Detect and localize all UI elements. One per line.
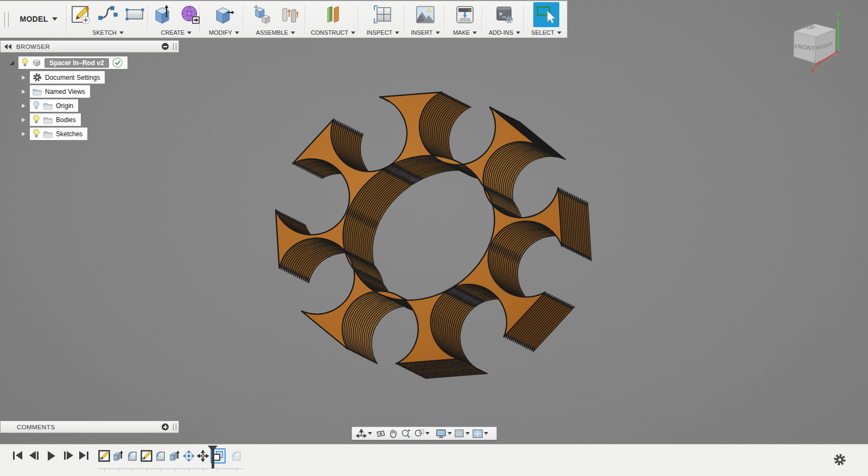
inspect-group-label[interactable]: INSPECT (367, 29, 393, 36)
play-button[interactable] (48, 451, 55, 461)
timeline-feature-sketch[interactable] (140, 449, 153, 462)
construction-plane-button[interactable] (322, 3, 344, 26)
tree-item-label[interactable]: Bodies (56, 116, 76, 124)
sketch-group-caret[interactable] (119, 31, 124, 34)
comments-panel-header[interactable]: COMMENTS (0, 421, 179, 433)
select-group-caret[interactable] (557, 31, 561, 34)
browser-panel-header[interactable]: BROWSER (0, 40, 179, 53)
collapsed-triangle-icon[interactable] (21, 74, 27, 81)
tree-item-label[interactable]: Sketches (56, 130, 82, 138)
model-viewport[interactable]: TOP FRONT RIGHT Y X (0, 0, 868, 476)
step-forward-button[interactable] (64, 451, 73, 460)
tree-row-sketches[interactable]: Sketches (21, 128, 87, 140)
collapsed-triangle-icon[interactable] (21, 117, 27, 123)
timeline-feature-fillet[interactable] (154, 449, 167, 462)
inspect-group-caret[interactable] (395, 31, 399, 34)
zoom-button[interactable] (400, 429, 411, 438)
modify-group-caret[interactable] (235, 31, 239, 34)
timeline-bar (0, 444, 868, 476)
select-button[interactable] (533, 2, 559, 27)
collapse-panel-icon[interactable] (4, 44, 12, 49)
zoom-window-caret[interactable] (425, 432, 430, 435)
comments-resize-handle[interactable] (173, 423, 176, 430)
timeline-settings-gear-icon[interactable] (833, 453, 846, 466)
timeline-feature-circular-pattern[interactable] (182, 449, 195, 462)
collapsed-triangle-icon[interactable] (21, 88, 27, 95)
look-at-button[interactable] (375, 429, 386, 438)
measure-button[interactable] (372, 3, 394, 26)
spline-button[interactable] (97, 3, 119, 26)
view-cube[interactable]: TOP FRONT RIGHT Y X (786, 10, 851, 75)
insert-group-label[interactable]: INSERT (411, 29, 432, 36)
tree-row-origin[interactable]: Origin (21, 99, 78, 112)
insert-group-caret[interactable] (436, 31, 440, 34)
pan-orbit-button[interactable] (356, 429, 372, 439)
make-group-caret[interactable] (473, 31, 477, 34)
workspace-selector[interactable]: MODEL (14, 1, 63, 37)
timeline-feature-extrude[interactable] (112, 449, 125, 462)
timeline-ruler[interactable] (99, 468, 243, 469)
display-settings-button[interactable] (436, 429, 452, 439)
grid-snaps-caret[interactable] (465, 432, 470, 435)
grid-snaps-button[interactable] (455, 429, 470, 438)
skip-to-end-button[interactable] (79, 451, 88, 460)
viewports-caret[interactable] (484, 432, 488, 435)
browser-panel-title: BROWSER (16, 43, 162, 50)
assemble-group-label[interactable]: ASSEMBLE (256, 29, 288, 36)
tree-row-bodies[interactable]: Bodies (21, 113, 81, 126)
addins-group-label[interactable]: ADD-INS (489, 29, 513, 36)
construct-group-caret[interactable] (351, 31, 355, 34)
sketch-group-label[interactable]: SKETCH (92, 29, 117, 36)
zoom-window-button[interactable] (413, 429, 430, 438)
pan-orbit-caret[interactable] (368, 432, 372, 435)
addins-group-caret[interactable] (516, 31, 520, 34)
browser-minimize-icon[interactable] (162, 43, 169, 50)
timeline-playhead-handle[interactable] (208, 446, 218, 452)
visibility-bulb-icon[interactable] (33, 115, 40, 125)
create-group-caret[interactable] (187, 31, 192, 34)
timeline-feature-extrude[interactable] (168, 449, 181, 462)
step-back-button[interactable] (29, 451, 39, 460)
new-component-button[interactable] (251, 3, 273, 26)
tree-row-document-settings[interactable]: Document Settings (21, 71, 105, 84)
insert-button[interactable] (414, 3, 437, 26)
tree-item-label[interactable]: Origin (56, 102, 73, 110)
create-group-label[interactable]: CREATE (161, 29, 185, 36)
joint-button[interactable] (278, 3, 301, 26)
collapsed-triangle-icon[interactable] (21, 131, 27, 137)
visibility-bulb-icon[interactable] (33, 129, 40, 139)
addins-button[interactable]: >_ (493, 3, 516, 26)
pan-button[interactable] (388, 429, 398, 438)
create-sketch-button[interactable] (69, 3, 92, 26)
modify-group-label[interactable]: MODIFY (209, 29, 232, 36)
timeline-feature-sketch[interactable] (98, 449, 111, 462)
expanded-triangle-icon[interactable] (9, 60, 15, 66)
select-group-label[interactable]: SELECT (531, 29, 554, 36)
look-at-icon (375, 429, 386, 438)
tree-row-named-views[interactable]: Named Views (21, 85, 90, 98)
visibility-bulb-off-icon[interactable] (33, 100, 40, 111)
root-component-name[interactable]: Spacer In–Rod v2 (44, 58, 109, 68)
rectangle-button[interactable] (124, 3, 146, 26)
collapsed-triangle-icon[interactable] (21, 103, 27, 109)
skip-to-start-button[interactable] (13, 451, 22, 460)
press-pull-button[interactable] (213, 3, 235, 26)
toolbar-grip-handle[interactable] (4, 12, 9, 27)
tree-item-label[interactable]: Named Views (45, 88, 85, 96)
visibility-bulb-icon[interactable] (21, 58, 29, 68)
make-button[interactable] (454, 3, 476, 26)
comments-add-icon[interactable] (162, 423, 169, 430)
viewports-button[interactable] (473, 429, 488, 438)
gear-model[interactable] (0, 0, 868, 476)
timeline-feature-fillet[interactable] (126, 449, 139, 462)
timeline-feature-fillet-future[interactable] (230, 449, 243, 462)
form-button[interactable] (178, 3, 201, 26)
construct-group-label[interactable]: CONSTRUCT (311, 29, 348, 36)
browser-resize-handle[interactable] (173, 43, 176, 50)
tree-row-root[interactable]: Spacer In–Rod v2 (9, 56, 127, 69)
display-settings-caret[interactable] (448, 432, 452, 435)
make-group-label[interactable]: MAKE (453, 29, 470, 36)
extrude-button[interactable] (151, 3, 174, 26)
assemble-group-caret[interactable] (291, 31, 295, 34)
tree-item-label[interactable]: Document Settings (45, 74, 100, 81)
